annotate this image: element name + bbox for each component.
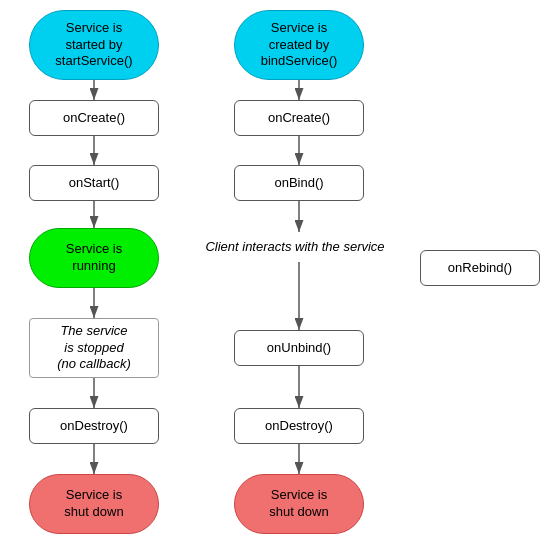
bind-service: Service iscreated bybindService() [234,10,364,80]
onRebind: onRebind() [420,250,540,286]
start-service: Service isstarted bystartService() [29,10,159,80]
service-stopped: The serviceis stopped(no callback) [29,318,159,378]
diagram: Service isstarted bystartService()Servic… [0,0,558,544]
shutdown-right: Service isshut down [234,474,364,534]
service-running: Service isrunning [29,228,159,288]
onCreate-left: onCreate() [29,100,159,136]
onUnbind: onUnbind() [234,330,364,366]
onStart: onStart() [29,165,159,201]
onBind: onBind() [234,165,364,201]
onDestroy-right: onDestroy() [234,408,364,444]
onCreate-right: onCreate() [234,100,364,136]
client-interacts: Client interacts with the service [185,232,405,262]
shutdown-left: Service isshut down [29,474,159,534]
onDestroy-left: onDestroy() [29,408,159,444]
